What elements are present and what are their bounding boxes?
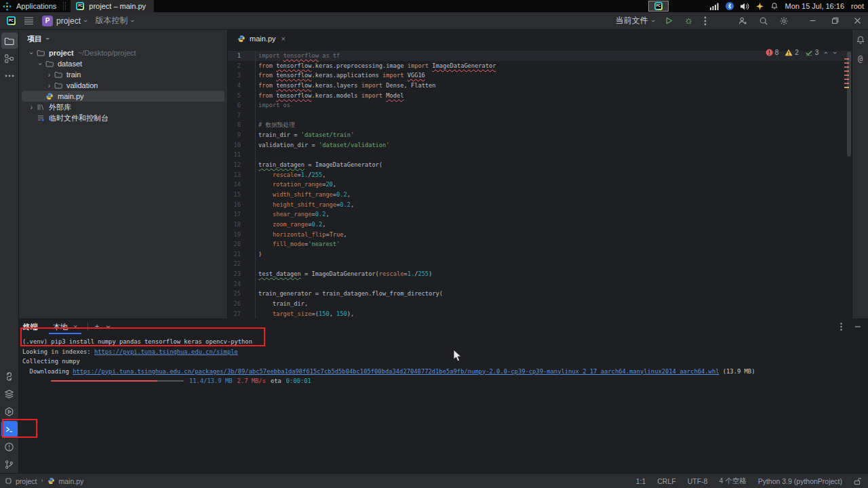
- services-tool-button[interactable]: [1, 386, 18, 402]
- vcs-widget[interactable]: 版本控制 ›: [95, 15, 133, 26]
- line-number[interactable]: 18: [228, 220, 256, 230]
- line-number[interactable]: 22: [228, 259, 256, 269]
- line-number[interactable]: 27: [228, 309, 256, 319]
- breadcrumb-file[interactable]: main.py: [59, 477, 84, 485]
- breadcrumb-project[interactable]: project: [16, 477, 37, 485]
- tree-item-scratches-and-consoles[interactable]: 临时文件和控制台: [22, 113, 224, 123]
- code-line-13[interactable]: 13 rescale=1./255,: [228, 170, 852, 180]
- code-line-17[interactable]: 17 shear_range=0.2,: [228, 209, 852, 220]
- bluetooth-icon[interactable]: [726, 2, 734, 10]
- code-line-25[interactable]: 25train_generator = train_datagen.flow_f…: [228, 289, 852, 299]
- window-list-button[interactable]: PC project – main.py: [71, 0, 154, 12]
- line-number[interactable]: 13: [228, 170, 256, 180]
- version-control-tool-button[interactable]: [1, 456, 18, 472]
- line-number[interactable]: 17: [228, 209, 256, 220]
- indent-setting[interactable]: 4 个空格: [719, 476, 746, 486]
- chevron-down-icon[interactable]: ›: [44, 37, 51, 39]
- code-line-19[interactable]: 19 horizontal_flip=True,: [228, 230, 852, 240]
- applications-menu[interactable]: Applications: [16, 2, 56, 10]
- line-number[interactable]: 4: [228, 81, 256, 91]
- taskbar-pycharm-button[interactable]: PC: [648, 1, 669, 12]
- ai-assistant-tool-button[interactable]: @: [858, 54, 863, 64]
- next-problem-icon[interactable]: ›: [831, 52, 837, 54]
- project-tool-button[interactable]: [1, 33, 18, 49]
- terminal-output[interactable]: (.venv) pip3 install numpy pandas tensor…: [19, 334, 868, 386]
- code-line-4[interactable]: 4from tensorflow.keras.layers import Den…: [228, 81, 852, 91]
- pycharm-logo-icon[interactable]: PC: [7, 16, 16, 25]
- caret-position[interactable]: 1:1: [636, 477, 646, 485]
- inspections-widget[interactable]: 8 2 3 › ›: [766, 49, 835, 56]
- terminal-options-kebab-icon[interactable]: [840, 323, 842, 331]
- profiler-tool-button[interactable]: [1, 403, 18, 420]
- tab-close-icon[interactable]: ×: [73, 323, 77, 331]
- chevron-down-icon[interactable]: ›: [104, 325, 113, 328]
- line-number[interactable]: 11: [228, 150, 256, 160]
- settings-gear-button[interactable]: [779, 16, 789, 26]
- chevron-closed-icon[interactable]: ›: [45, 82, 54, 89]
- search-everywhere-button[interactable]: [759, 16, 768, 26]
- more-actions-button[interactable]: [704, 16, 707, 26]
- minimize-button[interactable]: [809, 17, 816, 24]
- previous-problem-icon[interactable]: ›: [823, 52, 829, 54]
- code-area[interactable]: 1import tensorflow as tf2from tensorflow…: [228, 47, 852, 319]
- code-line-12[interactable]: 12train_datagen = ImageDataGenerator(: [228, 160, 852, 170]
- tree-item-external-libraries[interactable]: ›外部库: [22, 102, 224, 113]
- close-button[interactable]: [854, 17, 861, 24]
- line-number[interactable]: 24: [228, 279, 256, 289]
- line-number[interactable]: 8: [228, 120, 256, 130]
- code-line-27[interactable]: 27 target_size=(150, 150),: [228, 309, 852, 319]
- code-line-18[interactable]: 18 zoom_range=0.2,: [228, 220, 852, 230]
- new-terminal-plus-icon[interactable]: +: [94, 322, 99, 331]
- line-number[interactable]: 5: [228, 91, 256, 101]
- volume-icon[interactable]: [741, 3, 749, 10]
- chevron-closed-icon[interactable]: ›: [27, 104, 36, 111]
- line-number[interactable]: 23: [228, 269, 256, 279]
- code-line-7[interactable]: 7: [228, 110, 852, 121]
- code-line-15[interactable]: 15 width_shift_range=0.2,: [228, 190, 852, 200]
- tab-main-py[interactable]: main.py ×: [231, 30, 292, 47]
- more-tools-button[interactable]: [1, 68, 18, 84]
- notifications-tool-button[interactable]: [856, 35, 865, 45]
- line-ending[interactable]: CRLF: [657, 477, 675, 485]
- code-line-3[interactable]: 3from tensorflow.keras.applications impo…: [228, 70, 852, 81]
- code-line-11[interactable]: 11: [228, 150, 852, 160]
- sparkle-status-icon[interactable]: [756, 3, 764, 10]
- main-menu-button[interactable]: [24, 17, 33, 24]
- python-packages-tool-button[interactable]: [1, 368, 18, 384]
- line-number[interactable]: 21: [228, 249, 256, 260]
- line-number[interactable]: 9: [228, 130, 256, 140]
- code-line-5[interactable]: 5from tensorflow.keras.models import Mod…: [228, 91, 852, 101]
- maximize-button[interactable]: [831, 17, 839, 24]
- line-number[interactable]: 12: [228, 160, 256, 170]
- run-configuration-widget[interactable]: 当前文件 ›: [616, 15, 654, 26]
- terminal-title[interactable]: 终端: [23, 322, 38, 332]
- terminal-link[interactable]: https://pypi.tuna.tsinghua.edu.cn/simple: [94, 348, 238, 355]
- tree-item-project[interactable]: ›project~/Desktop/project: [22, 47, 224, 58]
- tree-item-dataset[interactable]: ›dataset: [22, 58, 224, 69]
- notifications-bell-icon[interactable]: [770, 2, 778, 10]
- line-number[interactable]: 19: [228, 230, 256, 240]
- terminal-tab-local[interactable]: 本地 ×: [49, 319, 81, 334]
- read-write-lock-icon[interactable]: [854, 477, 861, 485]
- line-number[interactable]: 6: [228, 100, 256, 110]
- code-line-16[interactable]: 16 height_shift_range=0.2,: [228, 200, 852, 210]
- line-number[interactable]: 1: [228, 51, 256, 61]
- debug-button[interactable]: [684, 16, 693, 25]
- line-number[interactable]: 25: [228, 289, 256, 299]
- code-line-6[interactable]: 6import os: [228, 100, 852, 110]
- hide-panel-icon[interactable]: [854, 323, 861, 330]
- code-line-21[interactable]: 21): [228, 249, 852, 260]
- chevron-open-icon[interactable]: ›: [36, 60, 45, 68]
- code-line-1[interactable]: 1import tensorflow as tf: [228, 51, 852, 61]
- chevron-closed-icon[interactable]: ›: [45, 71, 54, 79]
- tree-item-main-py[interactable]: main.py: [22, 91, 224, 102]
- file-encoding[interactable]: UTF-8: [688, 477, 708, 485]
- code-line-23[interactable]: 23test_datagen = ImageDataGenerator(resc…: [228, 269, 852, 279]
- tree-item-train[interactable]: ›train: [22, 69, 224, 80]
- line-number[interactable]: 10: [228, 140, 256, 150]
- terminal-tool-button[interactable]: [1, 421, 18, 437]
- line-number[interactable]: 16: [228, 200, 256, 210]
- line-number[interactable]: 14: [228, 180, 256, 190]
- line-number[interactable]: 3: [228, 70, 256, 81]
- line-number[interactable]: 20: [228, 239, 256, 249]
